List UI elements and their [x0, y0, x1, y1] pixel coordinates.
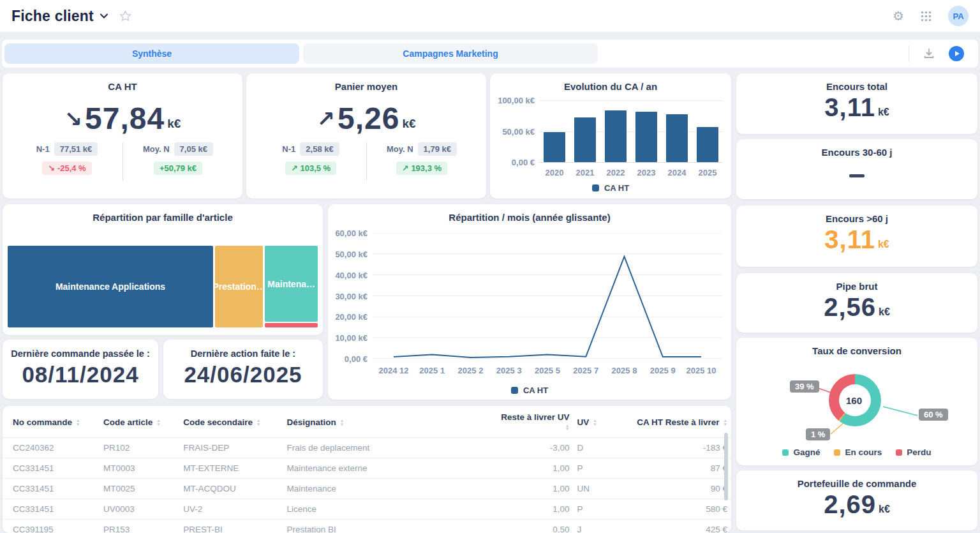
kpi-unit: k€ [878, 239, 889, 250]
empty-value-dash [849, 174, 865, 177]
x-tick-label: 2025 10 [687, 366, 716, 375]
avatar[interactable]: PA [948, 6, 969, 26]
card-derniere-commande: Dernière commande passée le : 08/11/2024 [3, 340, 158, 399]
moy-label: Moy. N [387, 144, 413, 154]
card-encours-total: Encours total 3,11 k€ [736, 73, 977, 134]
column-header-5[interactable]: UV▲▼ [573, 406, 620, 438]
legend-item-en-cours[interactable]: En cours [834, 447, 882, 457]
column-label: Code secondaire [183, 417, 253, 427]
x-tick-label: 2025 5 [535, 366, 560, 375]
orders-table: No commande▲▼Code article▲▼Code secondai… [3, 406, 731, 533]
legend-item-perdu[interactable]: Perdu [896, 447, 931, 457]
bar-2021[interactable] [574, 117, 596, 162]
y-tick-label: 40,00 k€ [328, 271, 368, 280]
treemap-column: Maintena… [265, 246, 318, 327]
table-cell: CC331451 [3, 499, 100, 520]
x-tick-label: 2025 8 [612, 366, 637, 375]
x-tick-label: 2025 3 [496, 366, 522, 375]
column-header-1[interactable]: Code article▲▼ [100, 406, 179, 438]
x-tick-label: 2025 [699, 168, 717, 177]
column-label: UV [577, 417, 589, 427]
column-header-2[interactable]: Code secondaire▲▼ [179, 406, 283, 438]
n1-label: N-1 [36, 144, 50, 154]
sort-icon[interactable]: ▲▼ [565, 424, 569, 431]
moy-value-badge: 1,79 k€ [418, 142, 457, 156]
table-row[interactable]: CC391195PR153PREST-BIPrestation BI0.50J4… [3, 520, 731, 533]
table-row[interactable]: CC331451MT0025MT-ACQDOUMaintenance1,00UN… [3, 479, 731, 499]
column-header-0[interactable]: No commande▲▼ [3, 406, 100, 438]
chart-title: Evolution du CA / an [490, 73, 731, 92]
settings-gear-icon[interactable]: ⚙ [893, 8, 904, 24]
card-title: Portefeuille de commande [736, 470, 977, 489]
table-row[interactable]: CC331451UV0003UV-2Licence1,00P580 € [3, 499, 731, 520]
x-tick-label: 2025 7 [573, 366, 598, 375]
tab-campagnes-marketing[interactable]: Campagnes Marketing [303, 43, 598, 64]
legend-marker [511, 387, 518, 394]
card-title: Pipe brut [736, 273, 977, 292]
y-tick-label: 30,00 k€ [328, 292, 368, 301]
play-button[interactable] [949, 46, 964, 61]
bar-2024[interactable] [666, 114, 688, 162]
table-row[interactable]: CC331451MT0003MT-EXTERNEMaintenance exte… [3, 458, 731, 479]
treemap-block[interactable]: Maintenance Applications [8, 246, 213, 327]
card-title: Encours >60 j [736, 206, 977, 224]
sort-icon[interactable]: ▲▼ [256, 419, 260, 426]
table-row[interactable]: CC240362PR102FRAIS-DEPFrais de deplaceme… [3, 438, 731, 458]
kpi-value: 3,11 [824, 93, 875, 122]
line-chart-svg[interactable] [373, 233, 722, 359]
column-header-3[interactable]: Désignation▲▼ [283, 406, 489, 438]
treemap-block[interactable]: Prestation… [215, 246, 263, 327]
table-cell: PR153 [100, 520, 179, 533]
card-evolution-ca-an: Evolution du CA / an 100,00 k€ 50,00 k€ … [490, 73, 731, 199]
date-value: 24/06/2025 [163, 362, 323, 387]
y-tick-label: 60,00 k€ [328, 229, 368, 238]
apps-grid-icon[interactable] [921, 11, 932, 22]
y-tick-label: 10,00 k€ [328, 333, 368, 343]
sort-icon[interactable]: ▲▼ [593, 419, 597, 426]
chevron-down-icon[interactable] [100, 13, 108, 19]
bar-chart-plot [539, 100, 723, 162]
legend-label: Perdu [907, 447, 931, 457]
x-tick-label: 2025 2 [458, 366, 484, 375]
treemap: Maintenance ApplicationsPrestation…Maint… [8, 246, 318, 327]
tab-synthese[interactable]: Synthèse [4, 43, 299, 64]
legend-label: En cours [845, 447, 882, 457]
x-tick-label: 2021 [576, 168, 595, 177]
bar-2020[interactable] [544, 132, 565, 162]
treemap-block[interactable]: Maintena… [265, 246, 318, 322]
kpi-value: 2,69 [824, 490, 876, 519]
bar-2025[interactable] [697, 127, 718, 162]
kpi-value: 57,84 [85, 101, 165, 136]
y-tick-label: 20,00 k€ [328, 312, 368, 322]
sort-icon[interactable]: ▲▼ [76, 419, 80, 426]
column-header-4[interactable]: Reste à livrer UV▲▼ [489, 406, 573, 438]
table-cell: FRAIS-DEP [179, 438, 283, 458]
download-icon[interactable] [923, 48, 935, 59]
table-cell: UN [573, 479, 620, 499]
legend-marker [896, 449, 902, 456]
table-scrollbar[interactable] [724, 433, 728, 500]
sort-icon[interactable]: ▲▼ [340, 419, 344, 426]
callout-gagne: 60 % [919, 409, 948, 421]
bar-2023[interactable] [635, 112, 657, 162]
sort-icon[interactable]: ▲▼ [156, 419, 160, 426]
legend-marker [782, 449, 789, 456]
kpi-value: 2,56 [824, 293, 876, 322]
table-cell: MT0003 [100, 458, 179, 479]
card-title: Encours 30-60 j [736, 139, 977, 158]
sort-icon[interactable]: ▲▼ [724, 419, 727, 426]
y-tick-label: 50,00 k€ [490, 127, 535, 137]
callout-en-cours: 1 % [806, 428, 830, 440]
treemap-block-small[interactable] [265, 323, 318, 327]
favorite-star-icon[interactable] [119, 10, 131, 22]
legend-item-gagné[interactable]: Gagné [782, 447, 820, 457]
bar-2022[interactable] [605, 110, 627, 162]
date-value: 08/11/2024 [3, 362, 158, 387]
callout-perdu: 39 % [790, 380, 819, 393]
chart-legend[interactable]: CA HT [328, 386, 731, 395]
x-tick-label: 2025 9 [650, 366, 676, 375]
chart-legend[interactable]: CA HT [490, 183, 731, 193]
column-header-6[interactable]: CA HT Reste à livrer▲▼ [620, 406, 731, 438]
card-portefeuille: Portefeuille de commande 2,69 k€ [736, 470, 977, 530]
table-cell: 90 € [620, 479, 731, 499]
